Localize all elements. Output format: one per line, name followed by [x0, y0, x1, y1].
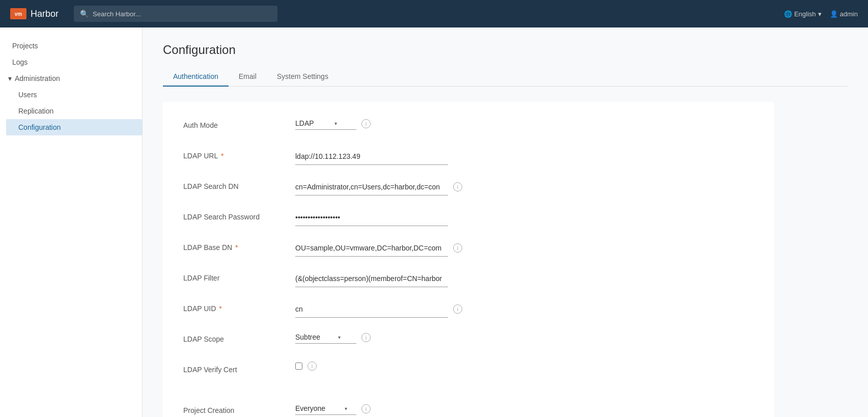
tab-system-settings[interactable]: System Settings	[267, 67, 339, 87]
sidebar-item-users[interactable]: Users	[6, 87, 142, 103]
sidebar-item-logs[interactable]: Logs	[0, 54, 142, 70]
ldap-search-dn-row: LDAP Search DN i	[183, 178, 753, 197]
ldap-search-dn-control: i	[295, 178, 753, 196]
sidebar-administration-label: Administration	[15, 74, 60, 82]
ldap-uid-control: i	[295, 300, 753, 318]
ldap-verify-cert-checkbox[interactable]	[295, 363, 302, 370]
ldap-url-input[interactable]	[295, 148, 448, 165]
auth-mode-select[interactable]: LDAP DB Auth	[295, 119, 332, 127]
search-icon: 🔍	[80, 10, 89, 18]
ldap-uid-row: LDAP UID * i	[183, 300, 753, 319]
search-input[interactable]	[93, 10, 271, 18]
auth-mode-control: LDAP DB Auth ▾ i	[295, 117, 753, 130]
user-icon: 👤	[830, 10, 838, 18]
ldap-verify-cert-info-icon[interactable]: i	[307, 362, 317, 371]
main-content: Configuration Authentication Email Syste…	[143, 27, 868, 417]
page-title: Configuration	[163, 43, 848, 57]
search-bar[interactable]: 🔍	[74, 6, 277, 22]
project-creation-select-wrap[interactable]: Everyone Admin Only ▾	[295, 402, 356, 415]
ldap-search-password-input[interactable]	[295, 209, 448, 226]
ldap-base-dn-row: LDAP Base DN * i	[183, 239, 753, 258]
ldap-url-row: LDAP URL *	[183, 148, 753, 166]
brand-name: Harbor	[31, 9, 59, 19]
language-chevron-icon: ▾	[818, 10, 822, 18]
topnav-right: 🌐 English ▾ 👤 admin	[784, 10, 858, 18]
brand: vm Harbor	[10, 8, 59, 19]
sidebar-item-projects[interactable]: Projects	[0, 38, 142, 54]
ldap-uid-label: LDAP UID *	[183, 300, 295, 313]
user-menu[interactable]: 👤 admin	[830, 10, 858, 18]
layout: Projects Logs ▾ Administration Users Rep…	[0, 27, 868, 417]
ldap-search-password-label: LDAP Search Password	[183, 209, 295, 221]
ldap-filter-label: LDAP Filter	[183, 270, 295, 282]
project-creation-info-icon[interactable]: i	[361, 404, 371, 413]
sidebar-item-replication[interactable]: Replication	[6, 103, 142, 119]
ldap-search-dn-info-icon[interactable]: i	[453, 182, 462, 191]
auth-mode-select-wrap[interactable]: LDAP DB Auth ▾	[295, 117, 356, 130]
spacer	[183, 392, 753, 402]
ldap-scope-label: LDAP Scope	[183, 331, 295, 343]
ldap-scope-select[interactable]: Subtree Base OneLevel	[295, 333, 336, 341]
project-creation-row: Project Creation Everyone Admin Only ▾ i	[183, 402, 753, 417]
project-creation-chevron-icon: ▾	[345, 406, 347, 411]
auth-mode-label: Auth Mode	[183, 117, 295, 129]
tabs: Authentication Email System Settings	[163, 67, 848, 87]
auth-mode-row: Auth Mode LDAP DB Auth ▾ i	[183, 117, 753, 135]
ldap-url-label: LDAP URL *	[183, 148, 295, 160]
ldap-uid-info-icon[interactable]: i	[453, 304, 462, 314]
auth-mode-info-icon[interactable]: i	[361, 119, 371, 128]
language-selector[interactable]: 🌐 English ▾	[784, 10, 822, 18]
ldap-scope-info-icon[interactable]: i	[361, 333, 371, 342]
project-creation-label: Project Creation	[183, 402, 295, 414]
ldap-scope-row: LDAP Scope Subtree Base OneLevel ▾ i	[183, 331, 753, 349]
sidebar: Projects Logs ▾ Administration Users Rep…	[0, 27, 143, 417]
ldap-search-dn-label: LDAP Search DN	[183, 178, 295, 190]
collapse-icon: ▾	[8, 74, 12, 82]
ldap-base-dn-input[interactable]	[295, 239, 448, 257]
tab-authentication[interactable]: Authentication	[163, 67, 229, 87]
ldap-verify-cert-checkbox-wrap	[295, 363, 302, 370]
ldap-search-dn-input[interactable]	[295, 178, 448, 196]
ldap-filter-input[interactable]	[295, 270, 448, 287]
ldap-filter-control	[295, 270, 753, 287]
ldap-verify-cert-label: LDAP Verify Cert	[183, 362, 295, 374]
form-container: Auth Mode LDAP DB Auth ▾ i LDAP URL *	[163, 102, 774, 417]
globe-icon: 🌐	[784, 10, 792, 18]
ldap-scope-select-wrap[interactable]: Subtree Base OneLevel ▾	[295, 331, 356, 344]
ldap-verify-cert-control: i	[295, 362, 753, 371]
topnav: vm Harbor 🔍 🌐 English ▾ 👤 admin	[0, 0, 868, 27]
sidebar-item-configuration[interactable]: Configuration	[6, 119, 142, 135]
ldap-url-control	[295, 148, 753, 165]
ldap-search-password-control	[295, 209, 753, 226]
vm-logo: vm	[10, 8, 26, 19]
ldap-verify-cert-row: LDAP Verify Cert i	[183, 362, 753, 380]
ldap-base-dn-info-icon[interactable]: i	[453, 243, 462, 253]
ldap-filter-row: LDAP Filter	[183, 270, 753, 288]
ldap-scope-control: Subtree Base OneLevel ▾ i	[295, 331, 753, 344]
tab-email[interactable]: Email	[229, 67, 267, 87]
ldap-search-password-row: LDAP Search Password	[183, 209, 753, 227]
sidebar-admin-sub: Users Replication Configuration	[0, 87, 142, 135]
ldap-uid-input[interactable]	[295, 300, 448, 318]
ldap-base-dn-control: i	[295, 239, 753, 257]
sidebar-administration-header[interactable]: ▾ Administration	[0, 70, 142, 87]
auth-mode-chevron-icon: ▾	[334, 121, 337, 126]
ldap-base-dn-label: LDAP Base DN *	[183, 239, 295, 252]
project-creation-select[interactable]: Everyone Admin Only	[295, 404, 343, 412]
ldap-scope-chevron-icon: ▾	[338, 335, 341, 340]
project-creation-control: Everyone Admin Only ▾ i	[295, 402, 753, 415]
